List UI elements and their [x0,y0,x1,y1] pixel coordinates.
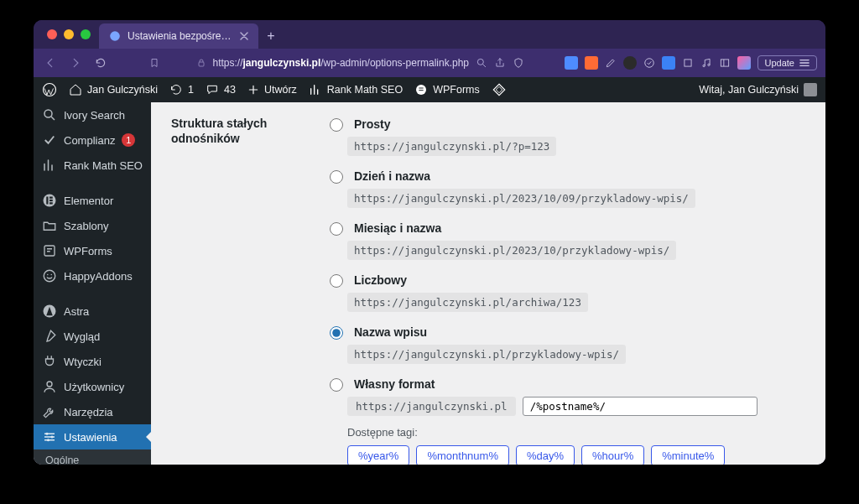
traffic-lights [44,20,99,49]
back-button[interactable] [42,55,59,71]
permalink-radio-simple[interactable] [330,118,343,132]
music-icon[interactable] [700,57,712,69]
permalink-option-label[interactable]: Własny format [354,377,435,391]
permalink-option-label[interactable]: Dzień i nazwa [354,169,430,183]
wpforms-link[interactable]: WPForms [414,83,480,96]
permalink-option-label[interactable]: Miesiąc i nazwa [354,221,441,235]
menu-icon [799,59,810,67]
custom-permalink-input[interactable] [523,397,757,416]
permalink-radio-custom[interactable] [330,378,343,392]
sidebar-item-wpforms[interactable]: WPForms [34,238,151,263]
sidebar-item-label: Complianz [64,134,115,147]
svg-rect-14 [49,200,53,201]
extension-icon[interactable] [623,56,637,70]
share-icon[interactable] [494,57,506,69]
submenu-item-general[interactable]: Ogólne [34,449,151,465]
sidebar-item-astra[interactable]: Astra [34,299,151,324]
permalink-radio-dayname[interactable] [330,170,343,184]
brush-icon [42,329,57,344]
tab-close-icon[interactable] [240,32,248,40]
new-content-link[interactable]: Utwórz [247,84,297,96]
permalink-option-label[interactable]: Prosty [354,117,391,131]
svg-point-23 [51,436,54,439]
lock-icon [196,58,206,68]
sidebar-item-users[interactable]: Użytkownicy [34,374,151,399]
extension-icon[interactable] [662,56,675,70]
extension-icon[interactable] [737,56,751,70]
plug-icon [42,354,57,369]
available-tags: %year%%monthnum%%day%%hour%%minute%%seco… [347,445,805,465]
maximize-window-button[interactable] [81,29,91,39]
permalink-example: https://jangulczynski.pl/2023/10/przykla… [347,241,676,260]
tag-button[interactable]: %monthnum% [416,445,509,465]
permalink-radio-numeric[interactable] [330,274,343,288]
shield-icon[interactable] [513,57,524,69]
sidebar-item-happyaddons[interactable]: HappyAddons [34,263,151,288]
browser-tab[interactable]: Ustawienia bezpośrednich odn… [99,23,258,49]
plus-icon [247,84,259,96]
sidebar-item-rankmath[interactable]: Rank Math SEO [34,153,151,178]
sidebar-item-templates[interactable]: Szablony [34,213,151,238]
chevron-right-icon [70,57,81,69]
update-button[interactable]: Update [757,55,817,70]
extension-icon[interactable] [585,56,598,70]
tag-button[interactable]: %day% [516,445,575,465]
notification-badge: 1 [122,133,135,147]
sidebar-item-tools[interactable]: Narzędzia [34,399,151,424]
tag-button[interactable]: %minute% [651,445,725,465]
svg-point-10 [44,110,52,117]
extension-icon[interactable] [565,56,578,70]
close-window-button[interactable] [47,29,57,39]
tag-button[interactable]: %hour% [581,445,644,465]
minimize-window-button[interactable] [64,29,74,39]
permalink-radio-month[interactable] [330,222,343,236]
chart-bar-icon [42,158,57,173]
new-tab-button[interactable]: + [258,23,284,49]
comments-link[interactable]: 43 [206,83,236,96]
sidebar-item-complianz[interactable]: Complianz 1 [34,127,151,153]
check-circle-icon[interactable] [643,57,655,69]
sidebar-item-plugins[interactable]: Wtyczki [34,349,151,374]
sidebar-item-ivory-search[interactable]: Ivory Search [34,102,151,127]
settings-submenu: Ogólne Pisanie [34,449,151,465]
sidebar-item-label: WPForms [64,245,112,257]
url-text: https://jangulczynski.pl/wp-admin/option… [213,57,470,69]
sidebar-item-elementor[interactable]: Elementor [34,188,151,213]
pencil-icon[interactable] [605,57,617,69]
search-icon[interactable] [476,57,487,69]
admin-sidebar: Ivory Search Complianz 1 Rank Math SEO E… [34,102,151,465]
tag-button[interactable]: %year% [347,445,409,465]
custom-url-prefix: https://jangulczynski.pl [347,397,516,416]
sidebar-icon[interactable] [719,57,731,69]
forward-button[interactable] [67,55,84,71]
extra-toolbar-icon[interactable] [492,82,507,97]
svg-rect-16 [44,246,55,256]
svg-point-2 [477,59,483,65]
permalink-option-label[interactable]: Liczbowy [354,273,407,287]
wp-logo[interactable] [42,82,57,97]
updates-link[interactable]: 1 [169,83,194,96]
tab-strip: Ustawienia bezpośrednich odn… + [34,20,825,49]
sidebar-item-settings[interactable]: Ustawienia [34,424,151,449]
sidebar-item-label: Narzędzia [64,406,113,418]
svg-rect-15 [49,202,53,204]
site-link[interactable]: Jan Gulczyński [69,83,158,96]
svg-point-6 [707,64,709,65]
svg-rect-13 [49,197,53,199]
sidebar-item-appearance[interactable]: Wygląd [34,324,151,349]
rankmath-link[interactable]: Rank Math SEO [309,83,403,96]
bookmark-icon[interactable] [149,58,159,68]
updates-icon [169,83,183,96]
svg-rect-4 [684,60,690,66]
puzzle-icon[interactable] [682,57,694,69]
sidebar-item-label: Wtyczki [64,356,102,368]
browser-toolbar: https://jangulczynski.pl/wp-admin/option… [34,49,825,77]
permalink-radio-postname[interactable] [330,326,343,340]
reload-button[interactable] [92,55,109,71]
account-link[interactable]: Witaj, Jan Gulczyński [699,83,817,96]
url-bar[interactable]: https://jangulczynski.pl/wp-admin/option… [117,52,556,74]
permalink-option-label[interactable]: Nazwa wpisu [354,325,427,339]
elementor-icon [42,193,57,208]
astra-icon [42,304,57,319]
permalink-example: https://jangulczynski.pl/?p=123 [347,137,556,156]
